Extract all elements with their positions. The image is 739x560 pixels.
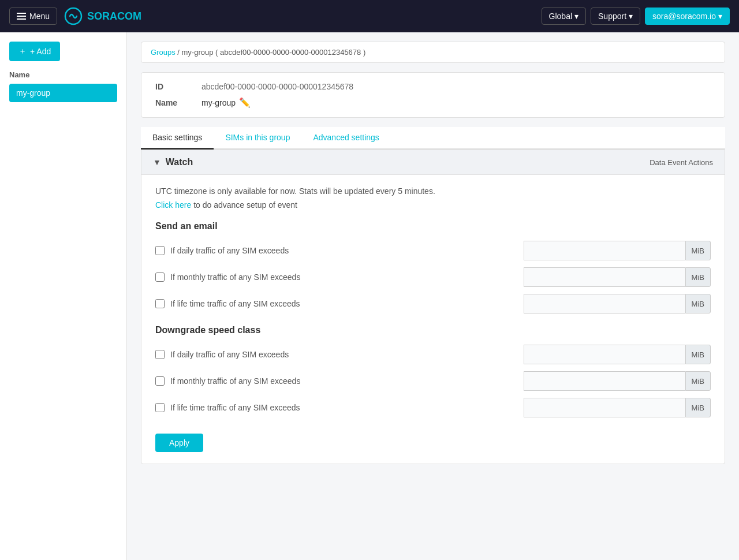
downgrade-daily-checkbox[interactable] [155, 350, 165, 359]
downgrade-daily-input-group: MiB [524, 345, 711, 364]
downgrade-daily-input[interactable] [524, 345, 685, 364]
send-email-daily-unit: MiB [685, 241, 711, 260]
tab-basic-settings-label: Basic settings [152, 133, 202, 142]
breadcrumb-groups-link[interactable]: Groups [151, 48, 176, 57]
add-plus-icon: ＋ [18, 46, 27, 57]
name-label: Name [155, 98, 201, 107]
send-email-daily-checkbox[interactable] [155, 246, 165, 255]
global-chevron-icon: ▾ [574, 12, 578, 21]
send-email-monthly-label: If monthly traffic of any SIM exceeds [155, 272, 517, 282]
breadcrumb-current: my-group ( abcdef00-0000-0000-0000-00001… [182, 48, 366, 57]
watch-chevron-icon: ▼ [153, 158, 161, 167]
add-button[interactable]: ＋ + Add [9, 42, 60, 61]
tabs-container: Basic settings SIMs in this group Advanc… [141, 127, 725, 464]
send-email-daily-label: If daily traffic of any SIM exceeds [155, 246, 517, 255]
downgrade-lifetime-unit: MiB [685, 398, 711, 417]
downgrade-speed-title: Downgrade speed class [155, 325, 711, 335]
downgrade-lifetime-label: If life time traffic of any SIM exceeds [155, 403, 517, 412]
user-menu-button[interactable]: sora@soracom.io ▾ [645, 8, 730, 25]
send-email-title: Send an email [155, 221, 711, 232]
send-email-monthly-row: If monthly traffic of any SIM exceeds Mi… [155, 267, 711, 287]
downgrade-lifetime-text: If life time traffic of any SIM exceeds [170, 403, 300, 412]
send-email-lifetime-row: If life time traffic of any SIM exceeds … [155, 294, 711, 313]
downgrade-lifetime-row: If life time traffic of any SIM exceeds … [155, 398, 711, 417]
apply-label: Apply [169, 438, 189, 447]
menu-label: Menu [29, 12, 50, 21]
sidebar: ＋ + Add Name my-group [0, 32, 127, 560]
send-email-daily-text: If daily traffic of any SIM exceeds [170, 246, 289, 255]
menu-button[interactable]: Menu [9, 8, 57, 25]
send-email-monthly-text: If monthly traffic of any SIM exceeds [170, 272, 300, 282]
logo-text: SORACOM [87, 10, 141, 23]
downgrade-monthly-row: If monthly traffic of any SIM exceeds Mi… [155, 371, 711, 391]
id-value: abcdef00-0000-0000-0000-000012345678 [201, 82, 353, 91]
utc-info-text: UTC timezone is only available for now. … [155, 186, 711, 196]
downgrade-daily-text: If daily traffic of any SIM exceeds [170, 350, 289, 359]
downgrade-monthly-text: If monthly traffic of any SIM exceeds [170, 376, 300, 386]
breadcrumb: Groups / my-group ( abcdef00-0000-0000-0… [141, 42, 725, 63]
group-id-row: ID abcdef00-0000-0000-0000-000012345678 [155, 82, 711, 91]
downgrade-daily-label: If daily traffic of any SIM exceeds [155, 350, 517, 359]
advance-setup-suffix: to do advance setup of event [191, 200, 297, 210]
sidebar-item-label: my-group [16, 88, 50, 98]
watch-title-group: ▼ Watch [153, 157, 193, 167]
main-content: Groups / my-group ( abcdef00-0000-0000-0… [127, 32, 739, 560]
send-email-daily-input-group: MiB [524, 241, 711, 260]
apply-button[interactable]: Apply [155, 434, 203, 452]
send-email-lifetime-label: If life time traffic of any SIM exceeds [155, 299, 517, 308]
send-email-lifetime-text: If life time traffic of any SIM exceeds [170, 299, 300, 308]
tab-basic-settings[interactable]: Basic settings [141, 127, 214, 150]
send-email-monthly-input[interactable] [524, 267, 685, 287]
send-email-daily-input[interactable] [524, 241, 685, 260]
downgrade-monthly-input-group: MiB [524, 371, 711, 391]
support-label: Support [598, 12, 626, 21]
logo: SORACOM [64, 7, 141, 25]
tab-advanced-label: Advanced settings [313, 133, 379, 142]
downgrade-lifetime-checkbox[interactable] [155, 403, 165, 412]
send-email-daily-row: If daily traffic of any SIM exceeds MiB [155, 241, 711, 260]
watch-title: Watch [166, 157, 193, 167]
global-button[interactable]: Global ▾ [542, 8, 586, 25]
tab-sims-label: SIMs in this group [225, 133, 290, 142]
advance-setup-text: Click here to do advance setup of event [155, 200, 711, 210]
downgrade-monthly-checkbox[interactable] [155, 376, 165, 386]
global-label: Global [549, 12, 572, 21]
tab-advanced-settings[interactable]: Advanced settings [301, 127, 390, 150]
watch-section-header[interactable]: ▼ Watch Data Event Actions [141, 150, 725, 175]
downgrade-monthly-label: If monthly traffic of any SIM exceeds [155, 376, 517, 386]
sidebar-name-label: Name [9, 70, 117, 79]
send-email-lifetime-input-group: MiB [524, 294, 711, 313]
user-label: sora@soracom.io [652, 12, 716, 21]
edit-name-icon[interactable]: ✏️ [239, 97, 251, 108]
tab-bar: Basic settings SIMs in this group Advanc… [141, 127, 725, 150]
header-right: Global ▾ Support ▾ sora@soracom.io ▾ [542, 8, 730, 25]
support-chevron-icon: ▾ [629, 12, 633, 21]
group-name-row: Name my-group ✏️ [155, 97, 711, 108]
sidebar-item-my-group[interactable]: my-group [9, 84, 117, 102]
downgrade-monthly-input[interactable] [524, 371, 685, 391]
user-chevron-icon: ▾ [718, 12, 722, 21]
app-body: ＋ + Add Name my-group Groups / my-group … [0, 32, 739, 560]
send-email-lifetime-checkbox[interactable] [155, 299, 165, 308]
header-left: Menu SORACOM [9, 7, 141, 25]
breadcrumb-separator: / [177, 48, 180, 57]
send-email-monthly-input-group: MiB [524, 267, 711, 287]
send-email-lifetime-input[interactable] [524, 294, 685, 313]
send-email-monthly-checkbox[interactable] [155, 272, 165, 282]
send-email-monthly-unit: MiB [685, 267, 711, 287]
downgrade-monthly-unit: MiB [685, 371, 711, 391]
downgrade-lifetime-input-group: MiB [524, 398, 711, 417]
downgrade-lifetime-input[interactable] [524, 398, 685, 417]
downgrade-daily-unit: MiB [685, 345, 711, 364]
click-here-link[interactable]: Click here [155, 200, 191, 210]
group-info-panel: ID abcdef00-0000-0000-0000-000012345678 … [141, 72, 725, 118]
soracom-logo-icon [64, 7, 83, 25]
downgrade-daily-row: If daily traffic of any SIM exceeds MiB [155, 345, 711, 364]
watch-section-body: UTC timezone is only available for now. … [141, 175, 725, 464]
add-label: + Add [30, 47, 51, 56]
support-button[interactable]: Support ▾ [591, 8, 640, 25]
data-event-actions-label: Data Event Actions [650, 158, 713, 167]
tab-sims-in-group[interactable]: SIMs in this group [214, 127, 301, 150]
content-panel: ▼ Watch Data Event Actions UTC timezone … [141, 150, 725, 464]
hamburger-icon [17, 13, 26, 20]
